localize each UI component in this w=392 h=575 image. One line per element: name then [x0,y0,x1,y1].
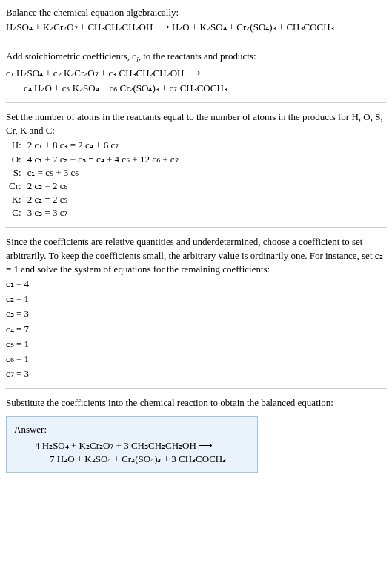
coeff-line: c₆ = 1 [6,352,386,366]
atoms-row: K: 2 c₂ = 2 c₅ [9,193,179,206]
answer-line2: 7 H₂O + K₂SO₄ + Cr₂(SO₄)₃ + 3 CH₃COCH₃ [14,453,250,466]
intro-section: Balance the chemical equation algebraica… [6,6,386,34]
atoms-row-eq: c₁ = c₅ + 3 c₆ [27,166,179,180]
stoich-title: Add stoichiometric coefficients, ci, to … [6,50,386,65]
coeff-line: c₂ = 1 [6,292,386,306]
atoms-row-label: H: [9,139,27,152]
atoms-row-label: O: [9,153,27,166]
atoms-row-label: S: [9,166,27,180]
coeff-line: c₇ = 3 [6,367,386,381]
intro-equation: H₂SO₄ + K₂Cr₂O₇ + CH₃CH₂CH₂OH ⟶ H₂O + K₂… [6,21,386,34]
divider [6,102,386,103]
coeff-line: c₅ = 1 [6,338,386,351]
atoms-row-eq: 4 c₁ + 7 c₂ + c₃ = c₄ + 4 c₅ + 12 c₆ + c… [27,153,179,166]
intro-title: Balance the chemical equation algebraica… [6,6,386,19]
coeff-line: c₁ = 4 [6,277,386,291]
atoms-row-label: K: [9,193,27,206]
stoich-section: Add stoichiometric coefficients, ci, to … [6,50,386,95]
atoms-row: O: 4 c₁ + 7 c₂ + c₃ = c₄ + 4 c₅ + 12 c₆ … [9,153,179,166]
divider [6,227,386,228]
coeff-line: c₃ = 3 [6,307,386,321]
atoms-table: H: 2 c₁ + 8 c₃ = 2 c₄ + 6 c₇ O: 4 c₁ + 7… [9,139,179,220]
solve-section: Since the coefficients are relative quan… [6,235,386,381]
stoich-line1: c₁ H₂SO₄ + c₂ K₂Cr₂O₇ + c₃ CH₃CH₂CH₂OH ⟶ [6,67,386,80]
solve-text: Since the coefficients are relative quan… [6,235,386,276]
atoms-title: Set the number of atoms in the reactants… [6,111,386,137]
stoich-line2: c₄ H₂O + c₅ K₂SO₄ + c₆ Cr₂(SO₄)₃ + c₇ CH… [6,82,386,95]
coeff-line: c₄ = 7 [6,323,386,336]
atoms-row: C: 3 c₃ = 3 c₇ [9,206,179,220]
atoms-row-label: C: [9,206,27,220]
atoms-section: Set the number of atoms in the reactants… [6,111,386,220]
divider [6,42,386,42]
answer-box: Answer: 4 H₂SO₄ + K₂Cr₂O₇ + 3 CH₃CH₂CH₂O… [6,416,258,473]
atoms-row: Cr: 2 c₂ = 2 c₆ [9,180,179,193]
answer-label: Answer: [14,423,250,436]
result-title: Substitute the coefficients into the che… [6,396,386,410]
atoms-row-eq: 3 c₃ = 3 c₇ [27,206,179,220]
atoms-row-eq: 2 c₁ + 8 c₃ = 2 c₄ + 6 c₇ [27,139,179,152]
result-section: Substitute the coefficients into the che… [6,396,386,473]
atoms-row: S: c₁ = c₅ + 3 c₆ [9,166,179,180]
atoms-row: H: 2 c₁ + 8 c₃ = 2 c₄ + 6 c₇ [9,139,179,152]
atoms-row-eq: 2 c₂ = 2 c₅ [27,193,179,206]
atoms-row-label: Cr: [9,180,27,193]
answer-line1: 4 H₂SO₄ + K₂Cr₂O₇ + 3 CH₃CH₂CH₂OH ⟶ [14,439,250,453]
atoms-row-eq: 2 c₂ = 2 c₆ [27,180,179,193]
divider [6,388,386,389]
